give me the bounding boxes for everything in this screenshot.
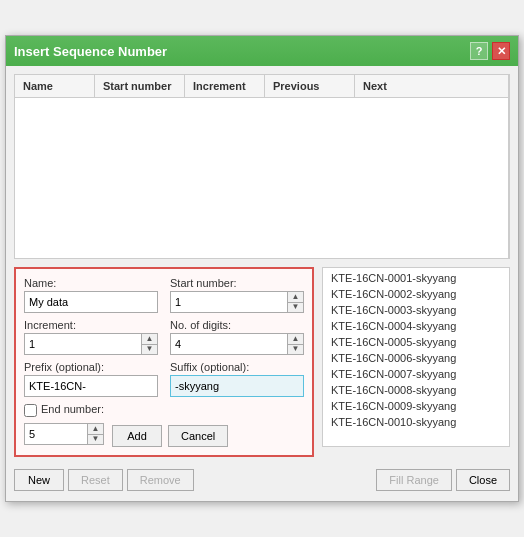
start-spinner-btns: ▲ ▼ <box>287 292 303 312</box>
remove-button[interactable]: Remove <box>127 469 194 491</box>
prefix-col: Prefix (optional): <box>24 361 158 397</box>
seq-list[interactable]: KTE-16CN-0001-skyyangKTE-16CN-0002-skyya… <box>322 267 510 447</box>
increment-spinner: ▲ ▼ <box>24 333 158 355</box>
form-row-3: Prefix (optional): Suffix (optional): <box>24 361 304 397</box>
digits-spinner: ▲ ▼ <box>170 333 304 355</box>
end-num-spinner-row: ▲ ▼ Add Cancel <box>24 421 304 447</box>
close-title-button[interactable]: ✕ <box>492 42 510 60</box>
dialog-body: Name Start number Increment Previous Nex… <box>6 66 518 501</box>
add-cancel-btns: Add Cancel <box>112 425 228 447</box>
end-num-spinner: ▲ ▼ <box>24 423 104 445</box>
cancel-button[interactable]: Cancel <box>168 425 228 447</box>
suffix-label: Suffix (optional): <box>170 361 304 373</box>
dialog-window: Insert Sequence Number ? ✕ Name Start nu… <box>5 35 519 502</box>
end-number-label: End number: <box>41 403 104 415</box>
col-increment: Increment <box>185 75 265 97</box>
end-num-spinner-btns: ▲ ▼ <box>87 424 103 444</box>
start-col: Start number: ▲ ▼ <box>170 277 304 313</box>
col-next: Next <box>355 75 425 97</box>
list-item[interactable]: KTE-16CN-0003-skyyang <box>323 302 509 318</box>
name-label: Name: <box>24 277 158 289</box>
start-up-btn[interactable]: ▲ <box>288 292 303 303</box>
footer-right-buttons: Fill Range Close <box>376 469 510 491</box>
digits-label: No. of digits: <box>170 319 304 331</box>
start-input[interactable] <box>171 292 287 312</box>
form-panel: Name: Start number: ▲ ▼ <box>14 267 314 457</box>
increment-label: Increment: <box>24 319 158 331</box>
close-button[interactable]: Close <box>456 469 510 491</box>
prefix-label: Prefix (optional): <box>24 361 158 373</box>
digits-input[interactable] <box>171 334 287 354</box>
increment-input[interactable] <box>25 334 141 354</box>
list-item[interactable]: KTE-16CN-0006-skyyang <box>323 350 509 366</box>
form-row-1: Name: Start number: ▲ ▼ <box>24 277 304 313</box>
digits-col: No. of digits: ▲ ▼ <box>170 319 304 355</box>
dialog-title: Insert Sequence Number <box>14 44 167 59</box>
prefix-input[interactable] <box>24 375 158 397</box>
add-button[interactable]: Add <box>112 425 162 447</box>
col-name: Name <box>15 75 95 97</box>
footer-left-buttons: New Reset Remove <box>14 469 194 491</box>
fill-range-button[interactable]: Fill Range <box>376 469 452 491</box>
title-controls: ? ✕ <box>470 42 510 60</box>
digits-down-btn[interactable]: ▼ <box>288 345 303 355</box>
suffix-col: Suffix (optional): <box>170 361 304 397</box>
reset-button[interactable]: Reset <box>68 469 123 491</box>
col-start: Start number <box>95 75 185 97</box>
list-item[interactable]: KTE-16CN-0009-skyyang <box>323 398 509 414</box>
table-left: Name Start number Increment Previous Nex… <box>15 75 509 258</box>
start-down-btn[interactable]: ▼ <box>288 303 303 313</box>
start-spinner: ▲ ▼ <box>170 291 304 313</box>
list-item[interactable]: KTE-16CN-0005-skyyang <box>323 334 509 350</box>
help-button[interactable]: ? <box>470 42 488 60</box>
list-item[interactable]: KTE-16CN-0004-skyyang <box>323 318 509 334</box>
form-row-2: Increment: ▲ ▼ No. of digits: <box>24 319 304 355</box>
footer-buttons: New Reset Remove Fill Range Close <box>14 465 510 493</box>
end-number-checkbox[interactable] <box>24 404 37 417</box>
col-previous: Previous <box>265 75 355 97</box>
new-button[interactable]: New <box>14 469 64 491</box>
table-body <box>15 98 508 258</box>
end-num-input[interactable] <box>25 424 87 444</box>
title-bar: Insert Sequence Number ? ✕ <box>6 36 518 66</box>
end-num-down-btn[interactable]: ▼ <box>88 435 103 445</box>
increment-down-btn[interactable]: ▼ <box>142 345 157 355</box>
list-item[interactable]: KTE-16CN-0002-skyyang <box>323 286 509 302</box>
digits-up-btn[interactable]: ▲ <box>288 334 303 345</box>
table-area: Name Start number Increment Previous Nex… <box>14 74 510 259</box>
list-item[interactable]: KTE-16CN-0010-skyyang <box>323 414 509 430</box>
list-item[interactable]: KTE-16CN-0008-skyyang <box>323 382 509 398</box>
digits-spinner-btns: ▲ ▼ <box>287 334 303 354</box>
suffix-input[interactable] <box>170 375 304 397</box>
list-item[interactable]: KTE-16CN-0007-skyyang <box>323 366 509 382</box>
start-label: Start number: <box>170 277 304 289</box>
name-col: Name: <box>24 277 158 313</box>
bottom-section: Name: Start number: ▲ ▼ <box>14 267 510 457</box>
end-num-up-btn[interactable]: ▲ <box>88 424 103 435</box>
name-input[interactable] <box>24 291 158 313</box>
increment-up-btn[interactable]: ▲ <box>142 334 157 345</box>
list-item[interactable]: KTE-16CN-0001-skyyang <box>323 270 509 286</box>
end-number-row: End number: <box>24 403 304 417</box>
table-header: Name Start number Increment Previous Nex… <box>15 75 508 98</box>
increment-col: Increment: ▲ ▼ <box>24 319 158 355</box>
increment-spinner-btns: ▲ ▼ <box>141 334 157 354</box>
